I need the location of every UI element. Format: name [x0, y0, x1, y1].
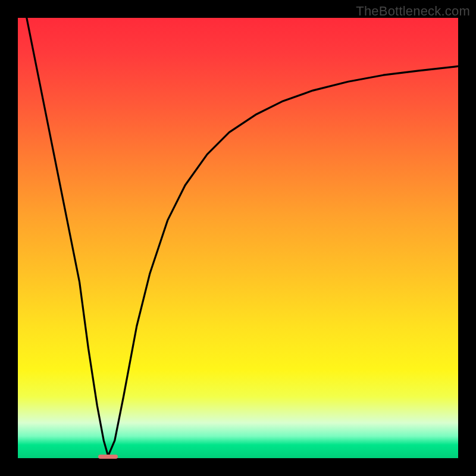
chart-plot-area: [18, 18, 458, 458]
chart-curve: [18, 18, 458, 458]
attribution-label: TheBottleneck.com: [356, 4, 470, 19]
chart-minimum-marker: [98, 455, 118, 459]
chart-frame: TheBottleneck.com: [0, 0, 476, 476]
